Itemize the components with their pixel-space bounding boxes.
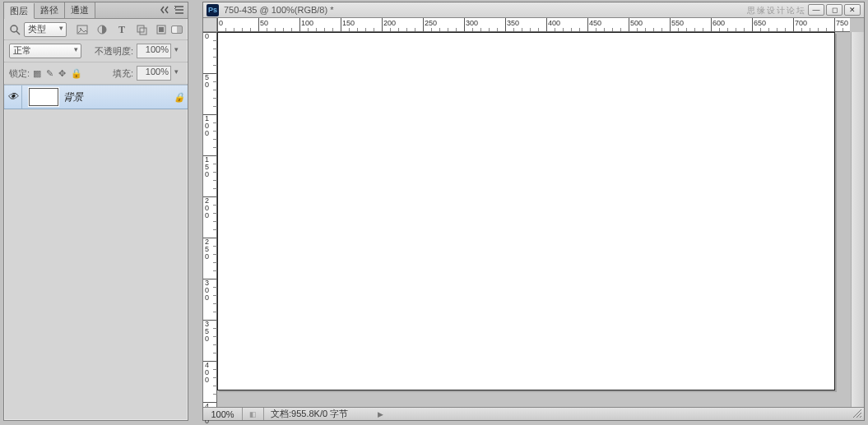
- filter-row: 类型 T: [4, 19, 188, 40]
- lock-all-icon[interactable]: 🔒: [71, 68, 82, 79]
- opacity-label: 不透明度:: [95, 45, 133, 58]
- panel-tabs: 图层 路径 通道: [4, 2, 188, 19]
- vertical-scrollbar[interactable]: [851, 32, 864, 407]
- minimize-button[interactable]: —: [808, 4, 824, 16]
- svg-line-1: [16, 31, 20, 35]
- tab-layers[interactable]: 图层: [4, 3, 35, 19]
- ps-icon: Ps: [207, 4, 219, 16]
- layer-thumbnail[interactable]: [29, 88, 58, 106]
- exposure-icon[interactable]: ◧: [243, 408, 264, 420]
- collapse-icon[interactable]: [160, 4, 169, 16]
- resize-grip-icon[interactable]: [852, 409, 862, 418]
- filter-toggle[interactable]: [171, 25, 183, 34]
- lock-label: 锁定:: [9, 67, 30, 80]
- search-icon: [9, 24, 21, 35]
- filter-adjust-icon[interactable]: [96, 24, 108, 35]
- filter-kind-select[interactable]: 类型: [24, 22, 67, 37]
- filter-shape-icon[interactable]: [136, 24, 147, 35]
- fill-field[interactable]: 100%: [137, 66, 171, 81]
- doc-info[interactable]: 文档:955.8K/0 字节: [264, 408, 355, 420]
- close-button[interactable]: ✕: [844, 4, 861, 16]
- status-bar: 100% ◧ 文档:955.8K/0 字节 ▶: [203, 407, 864, 420]
- layer-list: 👁 背景 🔒: [4, 85, 188, 109]
- document-title: 750-435 @ 100%(RGB/8) *: [224, 5, 333, 15]
- ruler-corner[interactable]: [203, 18, 217, 32]
- document-window: Ps 750-435 @ 100%(RGB/8) * 思缘设计论坛 — ◻ ✕ …: [202, 2, 865, 421]
- status-arrow-icon[interactable]: ▶: [378, 410, 383, 418]
- layers-panel: 图层 路径 通道 类型 T 正常 不透明度: 100%: [3, 2, 188, 421]
- svg-rect-6: [140, 28, 146, 35]
- layer-background[interactable]: 👁 背景 🔒: [4, 85, 188, 109]
- lock-pixels-icon[interactable]: ▩: [33, 68, 41, 79]
- canvas[interactable]: [217, 32, 835, 390]
- watermark-text: 思缘设计论坛: [747, 5, 806, 16]
- tab-channels[interactable]: 通道: [65, 2, 95, 18]
- tab-paths[interactable]: 路径: [35, 2, 65, 18]
- layer-name[interactable]: 背景: [63, 90, 171, 104]
- blend-mode-select[interactable]: 正常: [9, 44, 81, 58]
- lock-row: 锁定: ▩ ✎ ✥ 🔒 填充: 100%: [4, 62, 188, 85]
- document-titlebar[interactable]: Ps 750-435 @ 100%(RGB/8) * 思缘设计论坛 — ◻ ✕: [203, 2, 864, 18]
- filter-type-icon[interactable]: T: [116, 24, 128, 35]
- lock-brush-icon[interactable]: ✎: [46, 68, 53, 79]
- svg-point-0: [11, 25, 17, 32]
- ruler-vertical[interactable]: 05 01 0 01 5 02 0 02 5 03 0 03 5 04 0 04…: [203, 32, 217, 407]
- zoom-field[interactable]: 100%: [203, 408, 243, 420]
- filter-smart-icon[interactable]: [155, 24, 167, 35]
- canvas-viewport[interactable]: [217, 32, 850, 407]
- filter-image-icon[interactable]: [77, 24, 88, 35]
- panel-menu-icon[interactable]: [174, 4, 184, 16]
- blend-row: 正常 不透明度: 100%: [4, 40, 188, 62]
- visibility-icon[interactable]: 👁: [4, 85, 22, 109]
- lock-move-icon[interactable]: ✥: [58, 68, 66, 79]
- svg-rect-5: [137, 25, 144, 32]
- lock-icon: 🔒: [171, 92, 188, 103]
- opacity-field[interactable]: 100%: [137, 44, 171, 58]
- svg-rect-8: [159, 27, 164, 32]
- ruler-horizontal[interactable]: 0501001502002503003504004505005506006507…: [217, 18, 850, 32]
- document-body: 0501001502002503003504004505005506006507…: [203, 18, 864, 407]
- maximize-button[interactable]: ◻: [826, 4, 842, 16]
- fill-label: 填充:: [113, 67, 133, 80]
